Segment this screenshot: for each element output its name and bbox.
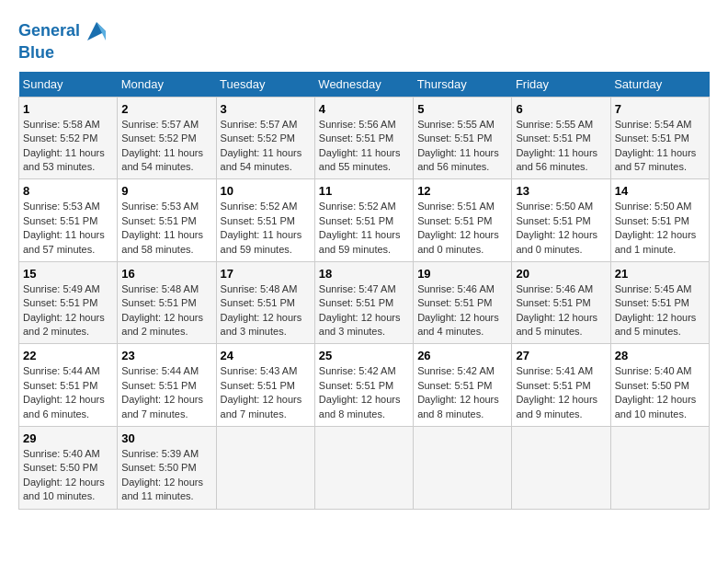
day-info: Sunrise: 5:49 AMSunset: 5:51 PMDaylight:… (23, 282, 113, 339)
day-number: 14 (615, 184, 705, 198)
day-number: 28 (615, 349, 705, 362)
day-number: 17 (221, 267, 311, 281)
day-number: 18 (319, 267, 409, 281)
calendar-cell: 23Sunrise: 5:44 AMSunset: 5:51 PMDayligh… (118, 344, 216, 427)
day-number: 22 (23, 349, 113, 362)
calendar-cell: 17Sunrise: 5:48 AMSunset: 5:51 PMDayligh… (216, 261, 314, 344)
day-info: Sunrise: 5:52 AMSunset: 5:51 PMDaylight:… (319, 200, 409, 257)
calendar-cell: 11Sunrise: 5:52 AMSunset: 5:51 PMDayligh… (314, 179, 413, 262)
day-number: 20 (516, 267, 606, 281)
day-number: 8 (23, 184, 113, 198)
day-number: 24 (221, 349, 311, 362)
calendar-cell: 2Sunrise: 5:57 AMSunset: 5:52 PMDaylight… (118, 97, 216, 179)
logo-text: General (18, 22, 80, 40)
day-info: Sunrise: 5:40 AMSunset: 5:50 PMDaylight:… (23, 447, 113, 504)
day-number: 5 (417, 102, 507, 116)
calendar-cell: 16Sunrise: 5:48 AMSunset: 5:51 PMDayligh… (118, 261, 216, 344)
day-number: 23 (121, 349, 211, 362)
calendar-cell: 22Sunrise: 5:44 AMSunset: 5:51 PMDayligh… (19, 344, 118, 427)
day-info: Sunrise: 5:53 AMSunset: 5:51 PMDaylight:… (23, 200, 113, 257)
calendar-cell: 26Sunrise: 5:42 AMSunset: 5:51 PMDayligh… (414, 344, 512, 427)
calendar-cell: 14Sunrise: 5:50 AMSunset: 5:51 PMDayligh… (610, 179, 709, 262)
day-info: Sunrise: 5:55 AMSunset: 5:51 PMDaylight:… (417, 118, 507, 175)
calendar-cell (512, 427, 610, 510)
day-number: 21 (615, 267, 705, 281)
header-tuesday: Tuesday (216, 72, 314, 98)
calendar-cell: 19Sunrise: 5:46 AMSunset: 5:51 PMDayligh… (414, 261, 512, 344)
calendar-table: SundayMondayTuesdayWednesdayThursdayFrid… (18, 72, 710, 510)
calendar-cell (610, 427, 709, 510)
calendar-week-1: 1Sunrise: 5:58 AMSunset: 5:52 PMDaylight… (19, 97, 710, 179)
day-number: 9 (121, 184, 211, 198)
day-info: Sunrise: 5:43 AMSunset: 5:51 PMDaylight:… (221, 364, 311, 421)
day-info: Sunrise: 5:48 AMSunset: 5:51 PMDaylight:… (221, 282, 311, 339)
day-info: Sunrise: 5:40 AMSunset: 5:50 PMDaylight:… (615, 364, 705, 421)
day-number: 16 (121, 267, 211, 281)
header-sunday: Sunday (19, 72, 118, 98)
calendar-cell: 12Sunrise: 5:51 AMSunset: 5:51 PMDayligh… (414, 179, 512, 262)
calendar-week-5: 29Sunrise: 5:40 AMSunset: 5:50 PMDayligh… (19, 427, 710, 510)
day-info: Sunrise: 5:58 AMSunset: 5:52 PMDaylight:… (23, 118, 113, 175)
day-info: Sunrise: 5:44 AMSunset: 5:51 PMDaylight:… (121, 364, 211, 421)
day-number: 12 (417, 184, 507, 198)
calendar-cell: 10Sunrise: 5:52 AMSunset: 5:51 PMDayligh… (216, 179, 314, 262)
day-info: Sunrise: 5:42 AMSunset: 5:51 PMDaylight:… (319, 364, 409, 421)
day-number: 13 (516, 184, 606, 198)
day-number: 26 (417, 349, 507, 362)
day-info: Sunrise: 5:48 AMSunset: 5:51 PMDaylight:… (121, 282, 211, 339)
calendar-cell: 20Sunrise: 5:46 AMSunset: 5:51 PMDayligh… (512, 261, 610, 344)
calendar-cell: 24Sunrise: 5:43 AMSunset: 5:51 PMDayligh… (216, 344, 314, 427)
logo: General Blue (18, 18, 109, 63)
day-number: 30 (121, 431, 211, 445)
calendar-cell: 18Sunrise: 5:47 AMSunset: 5:51 PMDayligh… (314, 261, 413, 344)
calendar-cell: 29Sunrise: 5:40 AMSunset: 5:50 PMDayligh… (19, 427, 118, 510)
day-number: 29 (23, 431, 113, 445)
logo-icon (84, 18, 109, 44)
calendar-cell (414, 427, 512, 510)
day-number: 1 (23, 102, 113, 116)
calendar-cell: 13Sunrise: 5:50 AMSunset: 5:51 PMDayligh… (512, 179, 610, 262)
day-number: 25 (319, 349, 409, 362)
calendar-cell: 28Sunrise: 5:40 AMSunset: 5:50 PMDayligh… (610, 344, 709, 427)
calendar-cell: 21Sunrise: 5:45 AMSunset: 5:51 PMDayligh… (610, 261, 709, 344)
calendar-cell (314, 427, 413, 510)
day-info: Sunrise: 5:47 AMSunset: 5:51 PMDaylight:… (319, 282, 409, 339)
calendar-cell: 7Sunrise: 5:54 AMSunset: 5:51 PMDaylight… (610, 97, 709, 179)
calendar-cell: 1Sunrise: 5:58 AMSunset: 5:52 PMDaylight… (19, 97, 118, 179)
page-header: General Blue (18, 18, 710, 63)
calendar-cell: 4Sunrise: 5:56 AMSunset: 5:51 PMDaylight… (314, 97, 413, 179)
day-number: 3 (221, 102, 311, 116)
day-info: Sunrise: 5:41 AMSunset: 5:51 PMDaylight:… (516, 364, 606, 421)
day-info: Sunrise: 5:44 AMSunset: 5:51 PMDaylight:… (23, 364, 113, 421)
day-info: Sunrise: 5:46 AMSunset: 5:51 PMDaylight:… (417, 282, 507, 339)
calendar-cell: 5Sunrise: 5:55 AMSunset: 5:51 PMDaylight… (414, 97, 512, 179)
day-info: Sunrise: 5:39 AMSunset: 5:50 PMDaylight:… (121, 447, 211, 504)
day-info: Sunrise: 5:42 AMSunset: 5:51 PMDaylight:… (417, 364, 507, 421)
day-info: Sunrise: 5:50 AMSunset: 5:51 PMDaylight:… (516, 200, 606, 257)
day-info: Sunrise: 5:53 AMSunset: 5:51 PMDaylight:… (121, 200, 211, 257)
calendar-week-4: 22Sunrise: 5:44 AMSunset: 5:51 PMDayligh… (19, 344, 710, 427)
calendar-cell: 25Sunrise: 5:42 AMSunset: 5:51 PMDayligh… (314, 344, 413, 427)
calendar-cell: 6Sunrise: 5:55 AMSunset: 5:51 PMDaylight… (512, 97, 610, 179)
calendar-cell: 15Sunrise: 5:49 AMSunset: 5:51 PMDayligh… (19, 261, 118, 344)
calendar-cell: 27Sunrise: 5:41 AMSunset: 5:51 PMDayligh… (512, 344, 610, 427)
day-info: Sunrise: 5:56 AMSunset: 5:51 PMDaylight:… (319, 118, 409, 175)
day-info: Sunrise: 5:51 AMSunset: 5:51 PMDaylight:… (417, 200, 507, 257)
day-info: Sunrise: 5:57 AMSunset: 5:52 PMDaylight:… (121, 118, 211, 175)
day-info: Sunrise: 5:50 AMSunset: 5:51 PMDaylight:… (615, 200, 705, 257)
header-saturday: Saturday (610, 72, 709, 98)
day-number: 10 (221, 184, 311, 198)
header-wednesday: Wednesday (314, 72, 413, 98)
day-info: Sunrise: 5:52 AMSunset: 5:51 PMDaylight:… (221, 200, 311, 257)
day-info: Sunrise: 5:45 AMSunset: 5:51 PMDaylight:… (615, 282, 705, 339)
day-info: Sunrise: 5:57 AMSunset: 5:52 PMDaylight:… (221, 118, 311, 175)
header-friday: Friday (512, 72, 610, 98)
calendar-week-2: 8Sunrise: 5:53 AMSunset: 5:51 PMDaylight… (19, 179, 710, 262)
calendar-week-3: 15Sunrise: 5:49 AMSunset: 5:51 PMDayligh… (19, 261, 710, 344)
calendar-cell (216, 427, 314, 510)
day-number: 2 (121, 102, 211, 116)
calendar-cell: 8Sunrise: 5:53 AMSunset: 5:51 PMDaylight… (19, 179, 118, 262)
calendar-cell: 3Sunrise: 5:57 AMSunset: 5:52 PMDaylight… (216, 97, 314, 179)
header-thursday: Thursday (414, 72, 512, 98)
day-info: Sunrise: 5:54 AMSunset: 5:51 PMDaylight:… (615, 118, 705, 175)
